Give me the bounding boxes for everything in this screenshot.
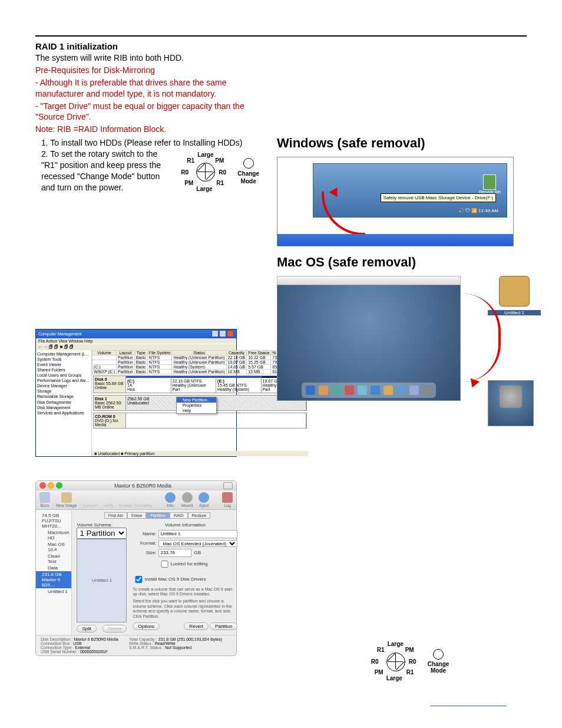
mac-dock [302,383,436,398]
du-revert-button[interactable]: Revert [184,622,209,630]
computer-management-screenshot: Computer Management File Action View Win… [35,329,237,457]
step-1: 1. To install two HDDs (Please refer to … [41,137,259,149]
mac-trash-icon [500,386,522,408]
prereq-heading: Pre-Requisites for Disk-Mirroring [35,65,259,76]
windows-safe-removal-screenshot: Recycle Bin Safely remove USB Mass Stora… [277,157,514,246]
rotary-diagram-2: Large R1 PM R0 R0 PM R1 Large [369,641,449,682]
prereq-2: - "Target Drive" must be equal or bigger… [35,101,259,123]
du-locked-checkbox[interactable] [161,561,168,568]
disk-utility-screenshot: Maxtor 6 B250R0 Media Burn New Image Con… [35,480,237,656]
cm-toolbar: ← → 🗐 🗐 ✖ 🗐 🗐 [36,344,236,350]
mac-drive-icon [499,276,530,307]
change-mode-diagram: Change Mode [237,158,259,186]
rotary-r1-br: R1 [216,179,224,187]
blank-link-line [430,706,507,706]
du-name-input[interactable] [158,530,237,538]
mac-safe-removal-heading: Mac OS (safe removal) [277,255,541,270]
tray-clock: 🔊 🛡 📶 11:49 AM [458,208,498,213]
du-delete-button[interactable]: Delete [103,625,127,633]
du-os9-checkbox[interactable] [135,576,143,583]
rib-note: Note: RIB =RAID Information Block. [35,124,259,135]
cm-window-controls [211,330,234,338]
du-partition-bar: Untitled 1 [77,539,127,622]
cm-tree: Computer Management (Local) System Tools… [36,350,92,456]
du-toolbar: Burn New Image Convert Verify Enable Jou… [36,490,236,510]
rotary-r0-l: R0 [181,169,189,177]
cm-menu: File Action View Window Help [36,338,236,344]
cm-volume-table: Volume Layout Type File System Status Ca… [92,350,308,374]
du-footer: Disk Description : Maxtor 6 B250R0 Media… [36,635,236,655]
rotary-pm-bl: PM [184,179,193,187]
section-title: RAID 1 initialization [35,41,259,51]
du-tabs: First Aid Erase Partition RAID Restore [77,512,237,519]
rotary-pm-tr: PM [215,157,224,165]
rotary-large-bottom: Large [196,185,212,193]
cm-title: Computer Management [38,332,82,336]
du-scheme-select[interactable]: 1 Partition [77,528,127,539]
safe-remove-balloon: Safely remove USB Mass Storage Device - … [381,193,496,202]
du-size-input[interactable] [158,549,191,557]
cm-legend: ■ Unallocated ■ Primary partition [92,451,308,456]
rotary-large-top: Large [197,151,213,159]
rotary-diagram: Large R1 PM R0 R0 PM R1 Large [178,151,259,192]
rotary-r1-tl: R1 [187,157,194,165]
du-title: Maxtor 6 B250R0 Media [64,483,222,489]
cm-context-menu: New Partition... Properties Help [176,397,217,414]
du-options-button[interactable]: Options [133,622,160,630]
step-2: 2. To set the rotary switch to the "R1" … [41,149,173,193]
intro-text: The system will write RIB into both HDD. [35,52,259,64]
recycle-bin-icon [483,174,496,190]
mac-safe-removal-screenshot: Untitled 1 [277,276,541,426]
du-format-select[interactable]: Mac OS Extended (Journaled) [158,540,237,547]
du-sidebar: 74.5 GB FUJITSU MHT20… Macintosh HD Mac … [36,510,72,635]
du-partition-button[interactable]: Partition [210,622,237,630]
prereq-1: - Although It is preferable that drives … [35,77,259,100]
rotary-r0-r: R0 [219,169,226,177]
du-split-button[interactable]: Split [77,625,97,633]
windows-safe-removal-heading: Windows (safe removal) [277,136,541,151]
